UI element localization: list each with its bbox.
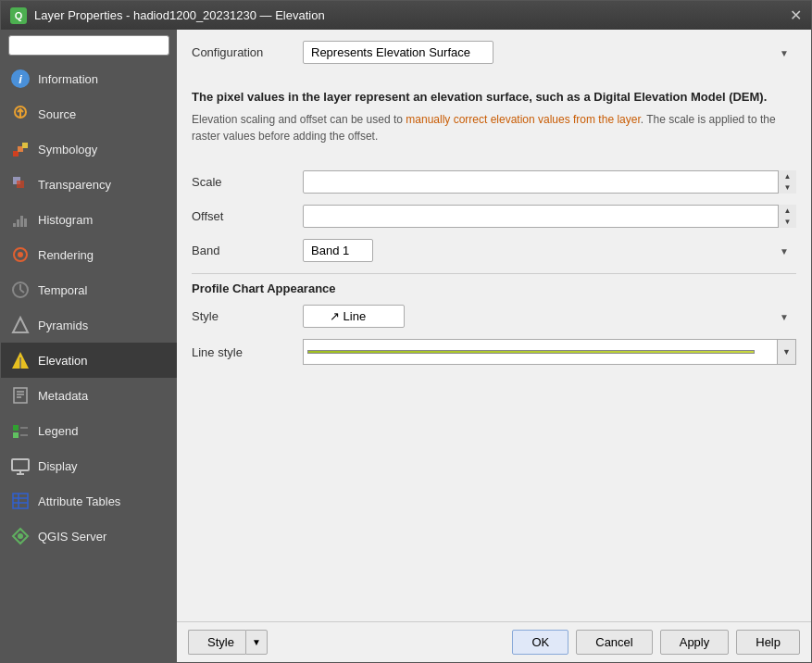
svg-rect-19: [14, 388, 27, 403]
svg-rect-8: [17, 219, 19, 227]
line-style-selector: ▼: [303, 339, 796, 365]
transparency-icon: [10, 174, 31, 194]
info-title: The pixel values in the layer represent …: [192, 90, 796, 104]
style-label: Style: [192, 309, 303, 323]
apply-button[interactable]: Apply: [660, 630, 730, 655]
offset-increment-button[interactable]: ▲: [779, 205, 796, 217]
profile-chart-section-header: Profile Chart Appearance: [192, 273, 796, 305]
style-select-wrapper: ↗ LineFill Below: [303, 305, 796, 328]
offset-spin-buttons: ▲ ▼: [778, 205, 796, 228]
scale-input[interactable]: 1.000000: [303, 170, 796, 194]
sidebar: i Information Source Symbology: [1, 30, 177, 662]
style-row: Style ↗ LineFill Below: [192, 305, 796, 328]
pyramids-icon: [10, 315, 31, 335]
line-style-dropdown-button[interactable]: ▼: [778, 339, 796, 365]
line-style-row: Line style ▼: [192, 339, 796, 365]
style-button[interactable]: Style: [188, 630, 245, 655]
sidebar-item-elevation[interactable]: Elevation: [1, 343, 177, 378]
style-select[interactable]: ↗ LineFill Below: [303, 305, 405, 328]
elevation-icon: [10, 350, 31, 370]
info-desc-highlight: manually correct elevation values from t…: [406, 113, 640, 126]
svg-line-15: [20, 290, 24, 293]
offset-spinbox: 0.000000 ▲ ▼: [303, 205, 796, 228]
display-icon: [10, 456, 31, 476]
offset-label: Offset: [192, 209, 303, 223]
sidebar-item-legend[interactable]: Legend: [1, 413, 177, 448]
window-title: Layer Properties - hadiod1200_20231230 —…: [34, 8, 325, 22]
configuration-row: Configuration Represents Elevation Surfa…: [192, 41, 796, 64]
scale-row: Scale 1.000000 ▲ ▼: [192, 170, 796, 194]
panel-body: Configuration Represents Elevation Surfa…: [177, 30, 811, 621]
sidebar-item-rendering[interactable]: Rendering: [1, 237, 177, 272]
sidebar-item-label: Symbology: [38, 143, 97, 156]
ok-button[interactable]: OK: [512, 630, 568, 655]
sidebar-item-symbology[interactable]: Symbology: [1, 131, 177, 167]
bottom-bar: Style ▼ OK Cancel Apply Help: [177, 621, 811, 662]
info-desc-part1: Elevation scaling and offset can be used…: [192, 113, 406, 126]
attribute-tables-icon: [10, 491, 31, 511]
line-style-preview[interactable]: [303, 339, 778, 365]
sidebar-item-label: Information: [38, 72, 98, 86]
band-select[interactable]: Band 1: [303, 239, 373, 262]
sidebar-item-label: Pyramids: [38, 319, 88, 332]
svg-rect-27: [12, 459, 29, 470]
qgis-server-icon: [10, 526, 31, 546]
sidebar-item-histogram[interactable]: Histogram: [1, 202, 177, 237]
configuration-label: Configuration: [192, 45, 303, 59]
svg-rect-10: [24, 219, 27, 227]
info-icon: i: [10, 69, 31, 89]
svg-rect-30: [13, 494, 28, 508]
scale-decrement-button[interactable]: ▼: [779, 182, 796, 194]
scale-spin-buttons: ▲ ▼: [778, 170, 796, 194]
symbology-icon: [10, 139, 31, 159]
layer-properties-window: Q Layer Properties - hadiod1200_20231230…: [0, 0, 812, 663]
scale-spinbox: 1.000000 ▲ ▼: [303, 170, 796, 194]
svg-point-12: [18, 252, 23, 257]
sidebar-item-information[interactable]: i Information: [1, 61, 177, 96]
cancel-button[interactable]: Cancel: [576, 630, 652, 655]
sidebar-item-metadata[interactable]: Metadata: [1, 378, 177, 413]
configuration-select-wrapper: Represents Elevation SurfaceFixed Elevat…: [303, 41, 796, 64]
sidebar-item-source[interactable]: Source: [1, 96, 177, 131]
scale-increment-button[interactable]: ▲: [779, 170, 796, 182]
histogram-icon: [10, 209, 31, 230]
sidebar-item-attribute-tables[interactable]: Attribute Tables: [1, 483, 177, 519]
info-desc: Elevation scaling and offset can be used…: [192, 111, 796, 144]
offset-row: Offset 0.000000 ▲ ▼: [192, 205, 796, 228]
sidebar-item-pyramids[interactable]: Pyramids: [1, 307, 177, 343]
help-button[interactable]: Help: [736, 630, 800, 655]
content-area: i Information Source Symbology: [1, 30, 811, 662]
sidebar-item-label: Legend: [38, 424, 78, 438]
svg-rect-24: [13, 432, 19, 438]
sidebar-item-display[interactable]: Display: [1, 448, 177, 483]
sidebar-item-label: Temporal: [38, 283, 87, 297]
sidebar-item-temporal[interactable]: Temporal: [1, 272, 177, 307]
sidebar-item-label: Source: [38, 107, 76, 121]
sidebar-item-qgis-server[interactable]: QGIS Server: [1, 519, 177, 554]
rendering-icon: [10, 244, 31, 265]
offset-decrement-button[interactable]: ▼: [779, 217, 796, 229]
svg-marker-16: [13, 318, 28, 332]
svg-rect-4: [22, 143, 28, 148]
sidebar-item-label: Histogram: [38, 213, 93, 227]
scale-label: Scale: [192, 175, 303, 189]
temporal-icon: [10, 280, 31, 300]
legend-icon: [10, 420, 31, 441]
elevation-info-box: The pixel values in the layer represent …: [192, 79, 796, 156]
sidebar-item-label: Transparency: [38, 178, 111, 192]
band-select-wrapper: Band 1: [303, 239, 796, 262]
search-input[interactable]: [8, 35, 169, 56]
band-label: Band: [192, 244, 303, 257]
configuration-select[interactable]: Represents Elevation SurfaceFixed Elevat…: [303, 41, 493, 64]
svg-rect-23: [13, 425, 19, 431]
svg-rect-7: [13, 223, 16, 227]
source-icon: [10, 104, 31, 124]
style-dropdown-button[interactable]: ▼: [245, 630, 268, 655]
sidebar-item-label: Rendering: [38, 248, 94, 262]
offset-input[interactable]: 0.000000: [303, 205, 796, 228]
line-preview-inner: [307, 350, 755, 354]
sidebar-item-label: QGIS Server: [38, 530, 106, 544]
sidebar-item-transparency[interactable]: Transparency: [1, 167, 177, 202]
band-row: Band Band 1: [192, 239, 796, 262]
close-button[interactable]: ✕: [790, 6, 802, 24]
